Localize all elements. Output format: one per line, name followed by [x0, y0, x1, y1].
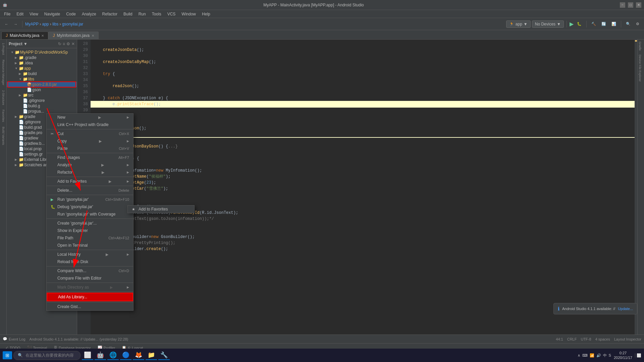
panel-sync-btn[interactable]: ↻: [58, 42, 61, 46]
run-button[interactable]: ▶: [570, 21, 574, 27]
ctx-compare-with[interactable]: Compare With... Ctrl+D: [47, 267, 133, 275]
back-button[interactable]: ←: [3, 21, 10, 27]
taskbar-app-explorer[interactable]: 📁: [146, 351, 157, 360]
menu-analyze[interactable]: Analyze: [79, 11, 99, 17]
code-editor[interactable]: 2829303132333435363738394041424344454647…: [77, 40, 637, 335]
breadcrumb-project[interactable]: MyAPP: [25, 22, 39, 26]
tree-gson[interactable]: 📄 gson: [7, 87, 77, 93]
right-sidebar-device-explorer[interactable]: Device File Explorer: [638, 53, 642, 84]
ctx-new[interactable]: New ▶: [47, 114, 133, 121]
panel-settings-btn[interactable]: ⚙: [66, 42, 70, 46]
tree-libs[interactable]: ▼ 📁 libs: [7, 76, 77, 82]
ctx-add-to-favorites[interactable]: Add to Favorites ▶: [47, 178, 133, 185]
code-content[interactable]: createJsonData(); createJsonDataByMap();…: [91, 40, 637, 335]
taskbar-app-edge[interactable]: 🌐: [107, 351, 119, 360]
app-selector[interactable]: 🏃 app ▼: [506, 20, 531, 28]
ctx-create-jar[interactable]: Create 'gsonyilai.jar'...: [47, 220, 133, 227]
taskbar-app-taskview[interactable]: ⬜: [82, 351, 93, 360]
sync-button[interactable]: 🔄: [599, 21, 608, 27]
taskbar-app-tools[interactable]: 🔧: [158, 351, 170, 360]
ctx-run-jar[interactable]: ▶ Run 'gsonyilai.jar' Ctrl+Shift+F10: [47, 196, 133, 203]
breadcrumb-folder[interactable]: libs: [52, 22, 58, 26]
tab-myinfomation[interactable]: J MyInfomation.java ✕: [48, 32, 98, 39]
time-display[interactable]: 0:27 2020/11/17: [614, 351, 632, 360]
ctx-run-coverage[interactable]: Run 'gsonyilai.jar' with Coverage: [47, 210, 133, 218]
ctx-link-cpp[interactable]: Link C++ Project with Gradle: [47, 121, 133, 128]
sidebar-favorites-icon[interactable]: Favorites: [1, 108, 6, 124]
right-sidebar-gradle[interactable]: Gradle: [638, 40, 642, 53]
ctx-open-terminal[interactable]: Open in Terminal: [47, 242, 133, 249]
panel-close-btn[interactable]: ✕: [71, 42, 75, 46]
tree-build[interactable]: ▶ 📁 build: [7, 71, 77, 76]
ctx-debug-jar[interactable]: 🐛 Debug 'gsonyilai.jar': [47, 203, 133, 210]
tree-idea[interactable]: ▶ 📁 .idea: [7, 60, 77, 66]
sidebar-resource-icon[interactable]: Resource Manager: [1, 58, 6, 87]
notification-link[interactable]: Update...: [618, 307, 633, 311]
sidebar-structure-icon[interactable]: 2-Structure: [1, 88, 6, 107]
tree-gson-jar[interactable]: 📦 gson-2.8.0.jar: [7, 82, 77, 87]
panel-collapse-btn[interactable]: ≡: [63, 42, 65, 46]
tray-volume[interactable]: 🔊: [596, 353, 601, 358]
ctx-file-path[interactable]: File Path Ctrl+Alt+F12: [47, 234, 133, 242]
taskbar-app-firefox[interactable]: 🦊: [133, 351, 144, 360]
menu-view[interactable]: View: [27, 11, 41, 17]
ctx-copy[interactable]: Copy ▶: [47, 137, 133, 145]
taskbar-search[interactable]: 🔍 在这里输入你要搜索的内容: [13, 351, 80, 360]
breadcrumb-file[interactable]: gsonyilai.jar: [62, 22, 83, 26]
maximize-button[interactable]: □: [628, 2, 633, 8]
tab-mainactivity[interactable]: J MainActivity.java ✕: [1, 32, 48, 39]
tree-myapp[interactable]: ▼ 📁 MyAPP D:\AndroidWorkSp: [7, 50, 77, 55]
tab-mainactivity-close[interactable]: ✕: [41, 34, 44, 38]
tree-build-gr[interactable]: 📄 build.g: [7, 103, 77, 109]
settings-button[interactable]: ⚙: [634, 21, 641, 27]
tray-network[interactable]: 📶: [590, 353, 594, 358]
layout-inspector-btn[interactable]: Layout Inspector: [614, 337, 641, 341]
event-log-btn[interactable]: 💬 Event Log: [3, 337, 25, 341]
no-devices-button[interactable]: No Devices ▼: [532, 20, 564, 28]
menu-file[interactable]: File: [1, 11, 13, 17]
taskbar-app-ie[interactable]: 🔵: [120, 351, 131, 360]
ctx-analyze[interactable]: Analyze ▶: [47, 161, 133, 169]
show-desktop[interactable]: ⬜: [635, 353, 641, 358]
ctx-show-explorer[interactable]: Show in Explorer: [47, 227, 133, 234]
forward-button[interactable]: →: [12, 21, 19, 27]
tree-gitignore-app[interactable]: 📄 .gitignore: [7, 98, 77, 103]
close-button[interactable]: ✕: [636, 2, 641, 8]
sidebar-buildvariants-icon[interactable]: Build Variants: [1, 125, 6, 147]
menu-tools[interactable]: Tools: [149, 11, 164, 17]
debug-button[interactable]: 🐛: [575, 21, 584, 27]
profile-button[interactable]: 📊: [609, 21, 618, 27]
menu-window[interactable]: Window: [179, 11, 199, 17]
ctx-paste[interactable]: Paste Ctrl+V: [47, 145, 133, 152]
ctx-reload-disk[interactable]: Reload from Disk: [47, 258, 133, 265]
menu-help[interactable]: Help: [199, 11, 213, 17]
start-button[interactable]: ⊞: [3, 351, 12, 359]
ctx-delete[interactable]: Delete... Delete: [47, 187, 133, 194]
tree-src[interactable]: ▶ 📁 src: [7, 93, 77, 98]
breadcrumb-module[interactable]: app: [42, 22, 49, 26]
search-toolbar-button[interactable]: 🔍: [624, 21, 633, 27]
menu-refactor[interactable]: Refactor: [100, 11, 120, 17]
tab-myinfomation-close[interactable]: ✕: [92, 34, 94, 38]
ctx-find-usages[interactable]: Find Usages Alt+F7: [47, 154, 133, 161]
ctx-add-favorites-item[interactable]: ★ Add to Favorites: [128, 205, 194, 213]
menu-code[interactable]: Code: [63, 11, 78, 17]
menu-vcs[interactable]: VCS: [165, 11, 178, 17]
ctx-cut[interactable]: ✂ Cut Ctrl+X: [47, 130, 133, 137]
menu-build[interactable]: Build: [121, 11, 135, 17]
build-button[interactable]: 🔨: [589, 21, 598, 27]
tray-arrow[interactable]: ∧: [578, 353, 580, 358]
ctx-add-as-library[interactable]: Add As Library...: [47, 293, 133, 301]
tree-app[interactable]: ▼ 📁 app: [7, 66, 77, 71]
ctx-local-history[interactable]: Local History ▶: [47, 251, 133, 258]
minimize-button[interactable]: −: [620, 2, 625, 8]
ctx-refactor[interactable]: Refactor ▶: [47, 169, 133, 176]
tree-gradle-dot[interactable]: ▶ 📁 .gradle: [7, 55, 77, 60]
taskbar-app-android[interactable]: 🤖: [95, 351, 106, 360]
ctx-compare-editor[interactable]: Compare File with Editor: [47, 275, 133, 282]
menu-edit[interactable]: Edit: [14, 11, 26, 17]
menu-run[interactable]: Run: [136, 11, 149, 17]
menu-navigate[interactable]: Navigate: [42, 11, 63, 17]
sidebar-project-icon[interactable]: 1-Project: [1, 41, 6, 57]
ctx-create-gist[interactable]: Create Gist...: [47, 303, 133, 310]
